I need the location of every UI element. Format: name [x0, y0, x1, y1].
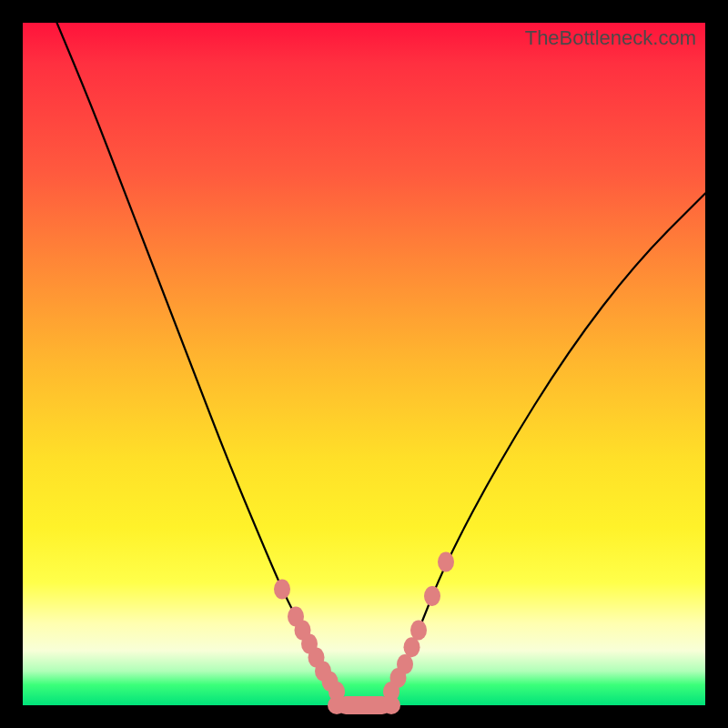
curve-marker [382, 696, 400, 714]
curve-marker [438, 552, 454, 572]
curve-marker [397, 654, 413, 674]
curve-marker [274, 580, 290, 600]
curve-marker [328, 696, 346, 714]
curve-path [57, 23, 706, 705]
bottleneck-curve [23, 23, 705, 705]
curve-marker [424, 586, 440, 606]
curve-markers [274, 552, 454, 715]
curve-marker [404, 637, 420, 657]
curve-marker [410, 621, 427, 641]
plot-area: TheBottleneck.com [23, 23, 705, 705]
chart-frame: TheBottleneck.com [0, 0, 728, 728]
